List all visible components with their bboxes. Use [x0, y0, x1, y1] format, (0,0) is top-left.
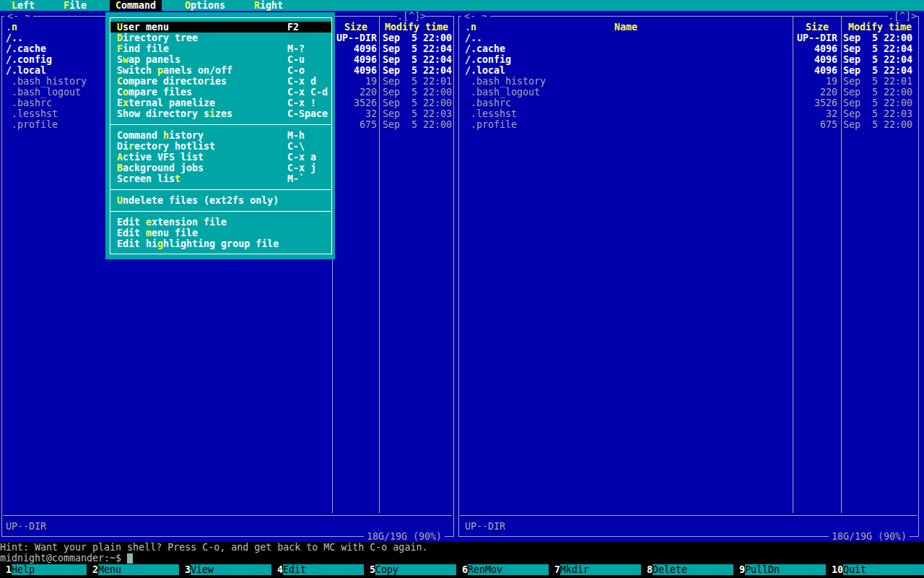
menu-item-shortcut: M-? — [287, 43, 305, 54]
menu-item-compare-files[interactable]: Compare filesC-x C-d — [110, 87, 331, 98]
menu-item-compare-directories[interactable]: Compare directoriesC-x d — [110, 76, 331, 87]
file-name[interactable]: .bash_logout — [12, 87, 81, 98]
fnkey-label: Edit — [283, 564, 364, 575]
panel-left-title[interactable]: <- ~ — [4, 11, 33, 22]
panel-right-sort-marker: .n — [465, 22, 476, 33]
file-row[interactable]: /.config4096Sep 5 22:04 — [456, 54, 924, 65]
hotkey-letter: A — [117, 152, 123, 163]
panel-right-column-header-size[interactable]: Size — [806, 22, 829, 33]
menu-item-find-file[interactable]: Find fileM-? — [110, 43, 331, 54]
menu-item-directory-tree[interactable]: Directory tree — [110, 33, 331, 43]
panel-left-column-header-mtime[interactable]: Modify time — [385, 22, 448, 33]
menu-item-external-panelize[interactable]: External panelizeC-x ! — [110, 98, 331, 108]
menu-item-label: Switch panels on/off — [117, 65, 232, 76]
file-name[interactable]: /.. — [465, 33, 482, 43]
menu-item-label: Edit menu file — [117, 228, 198, 238]
menubar-item-file[interactable]: File — [58, 0, 92, 11]
file-name[interactable]: .bash_logout — [471, 87, 540, 98]
menu-item-shortcut: C-x a — [287, 152, 316, 163]
menu-item-undelete-files-ext2fs-only[interactable]: Undelete files (ext2fs only) — [110, 195, 331, 206]
file-name[interactable]: .bashrc — [471, 98, 511, 108]
menu-item-label: Undelete files (ext2fs only) — [117, 195, 279, 206]
file-mtime: Sep 5 22:01 — [843, 76, 912, 87]
file-row[interactable]: .bashrc3526Sep 5 22:00 — [456, 98, 924, 108]
panel-right-column-header-name[interactable]: Name — [614, 22, 637, 33]
panel-left-scroll-marker[interactable]: .[^]> — [397, 11, 426, 22]
file-name[interactable]: .profile — [471, 119, 517, 130]
file-row[interactable]: .bash_logout220Sep 5 22:00 — [456, 87, 924, 98]
menu-item-screen-list[interactable]: Screen listM-` — [110, 173, 331, 184]
panel-right-scroll-marker[interactable]: .[^]> — [888, 11, 917, 22]
fnkey-label: Help — [12, 564, 87, 575]
fnkey-10-quit[interactable]: 10Quit — [832, 564, 924, 575]
file-name[interactable]: /.cache — [6, 43, 46, 54]
menu-item-swap-panels[interactable]: Swap panelsC-u — [110, 54, 331, 65]
fnkey-4-edit[interactable]: 4Edit — [277, 564, 370, 575]
fnkey-8-delete[interactable]: 8Delete — [647, 564, 739, 575]
file-name[interactable]: /.local — [6, 65, 46, 76]
menu-item-user-menu[interactable]: User menuF2 — [110, 22, 331, 33]
menubar-item-left[interactable]: Left — [6, 0, 40, 11]
file-name[interactable]: .bash_history — [12, 76, 87, 87]
menu-item-active-vfs-list[interactable]: Active VFS listC-x a — [110, 152, 331, 163]
file-mtime: Sep 5 22:00 — [843, 87, 912, 98]
fnkey-3-view[interactable]: 3View — [185, 564, 277, 575]
file-mtime: Sep 5 22:03 — [383, 108, 452, 119]
file-size: 19 — [768, 76, 837, 87]
fnkey-5-copy[interactable]: 5Copy — [370, 564, 462, 575]
file-name[interactable]: /.. — [6, 33, 23, 43]
file-row[interactable]: /.local4096Sep 5 22:04 — [456, 65, 924, 76]
menu-item-show-directory-sizes[interactable]: Show directory sizesC-Space — [110, 108, 331, 119]
fnkey-2-menu[interactable]: 2Menu — [92, 564, 185, 575]
file-name[interactable]: /.config — [6, 54, 52, 65]
panel-right-column-header-mtime[interactable]: Modify time — [848, 22, 912, 33]
panel-left-disk-usage: 18G/19G (90%) — [364, 531, 445, 542]
file-row[interactable]: .profile675Sep 5 22:00 — [456, 119, 924, 130]
fnkey-6-renmov[interactable]: 6RenMov — [462, 564, 554, 575]
file-name[interactable]: /.local — [465, 65, 505, 76]
file-name[interactable]: .profile — [12, 119, 58, 130]
file-mtime: Sep 5 22:04 — [843, 54, 912, 65]
file-name[interactable]: .lesshst — [471, 108, 517, 119]
hint-line: Hint: Want your plain shell? Press C-o, … — [0, 542, 427, 553]
menu-item-shortcut: C-Space — [287, 108, 328, 119]
menu-separator — [110, 189, 331, 190]
fnkey-9-pulldn[interactable]: 9PullDn — [739, 564, 832, 575]
menu-item-edit-highlighting-group-file[interactable]: Edit highlighting group file — [110, 238, 331, 249]
menu-item-background-jobs[interactable]: Background jobsC-x j — [110, 163, 331, 173]
menu-item-label: Compare directories — [117, 76, 227, 87]
file-row[interactable]: .bash_history19Sep 5 22:01 — [456, 76, 924, 87]
fnkey-7-mkdir[interactable]: 7Mkdir — [554, 564, 647, 575]
fnkey-number: 6 — [462, 564, 468, 575]
menu-item-label: Directory hotlist — [117, 141, 215, 152]
menubar-item-command[interactable]: Command — [110, 0, 162, 11]
hotkey-letter: w — [123, 54, 128, 65]
file-name[interactable]: /.config — [465, 54, 511, 65]
menu-item-shortcut: C-x j — [287, 163, 316, 173]
menu-item-shortcut: C-x ! — [287, 98, 316, 108]
file-row[interactable]: .lesshst32Sep 5 22:03 — [456, 108, 924, 119]
menu-item-command-history[interactable]: Command historyM-h — [110, 130, 331, 141]
panel-right-title[interactable]: <- ~ — [461, 11, 490, 22]
file-size: 3526 — [768, 98, 837, 108]
fnkey-label: Mkdir — [560, 564, 641, 575]
menubar-item-options[interactable]: Options — [179, 0, 231, 11]
menu-item-edit-extension-file[interactable]: Edit extension file — [110, 217, 331, 228]
file-row[interactable]: /.cache4096Sep 5 22:04 — [456, 43, 924, 54]
file-row[interactable]: /..UP--DIRSep 5 22:00 — [456, 33, 924, 43]
fnkey-label: Quit — [843, 564, 924, 575]
panel-left-column-header-size[interactable]: Size — [344, 22, 367, 33]
file-name[interactable]: .lesshst — [12, 108, 58, 119]
menu-item-shortcut: C-\ — [287, 141, 305, 152]
menu-item-label: Swap panels — [117, 54, 180, 65]
shell-prompt[interactable]: midnight@commander:~$ — [0, 553, 121, 564]
file-name[interactable]: .bashrc — [12, 98, 52, 108]
menu-item-shortcut: C-u — [287, 54, 305, 65]
file-name[interactable]: .bash_history — [471, 76, 546, 87]
menu-item-switch-panels-on-off[interactable]: Switch panels on/offC-o — [110, 65, 331, 76]
file-name[interactable]: /.cache — [465, 43, 505, 54]
menu-item-directory-hotlist[interactable]: Directory hotlistC-\ — [110, 141, 331, 152]
menubar-item-right[interactable]: Right — [248, 0, 289, 11]
menu-item-edit-menu-file[interactable]: Edit menu file — [110, 228, 331, 238]
fnkey-1-help[interactable]: 1Help — [0, 564, 92, 575]
